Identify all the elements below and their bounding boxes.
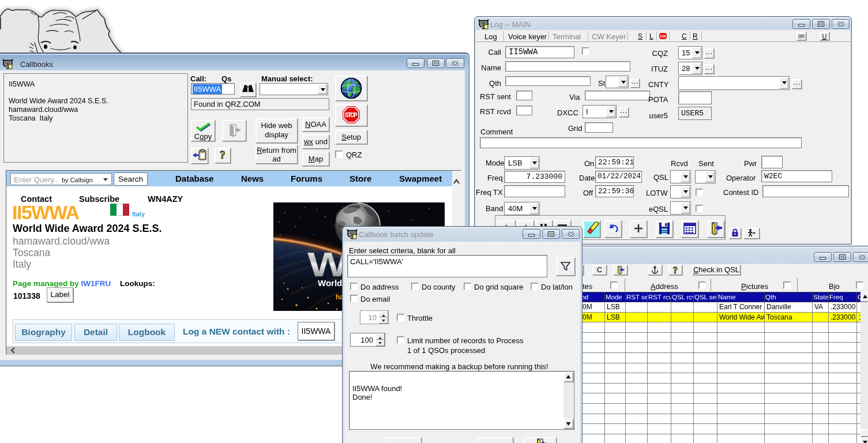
svg-text:?: ? <box>673 265 678 275</box>
svg-text:CW: CW <box>660 35 666 38</box>
svg-text:STOP: STOP <box>345 112 358 118</box>
svg-text:?: ? <box>220 149 226 161</box>
